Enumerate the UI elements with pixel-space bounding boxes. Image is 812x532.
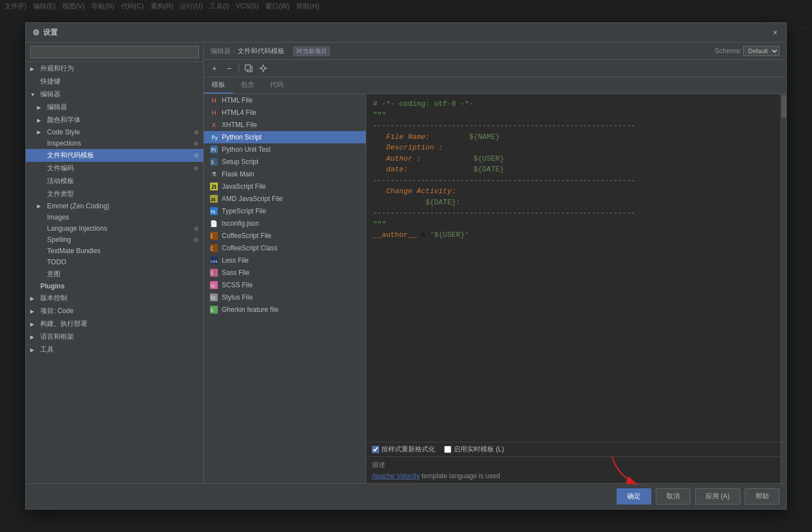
sidebar-item-emmet[interactable]: ▶ Emmet (Zen Coding): [26, 200, 203, 212]
svg-text:St: St: [211, 296, 216, 301]
file-item-coffeescript-class[interactable]: C CoffeeScript Class: [204, 242, 366, 254]
tab-includes[interactable]: 包含: [233, 77, 262, 94]
sidebar-item-shortcuts[interactable]: 快捷键: [26, 75, 203, 88]
svg-text:Py: Py: [212, 135, 218, 141]
arrow-icon: ▶: [30, 66, 38, 72]
pytest-icon: Pt: [210, 146, 218, 153]
tab-templates[interactable]: 模板: [204, 77, 233, 94]
file-item-stylus[interactable]: St Stylus File: [204, 291, 366, 304]
sidebar-item-project[interactable]: ▶ 项目: Code: [26, 305, 203, 318]
arrow-icon: ▶: [37, 105, 45, 110]
file-item-amd-js[interactable]: JS AMD JavaScript File: [204, 193, 366, 205]
file-item-xhtml[interactable]: X XHTML File: [204, 119, 366, 131]
sass-file-icon: S: [209, 269, 218, 277]
sidebar-item-code-style[interactable]: ▶ Code Style ⚙: [26, 127, 203, 138]
search-input[interactable]: [30, 46, 199, 58]
right-panel: 编辑器 › 文件和代码模板 对当前项目 Schema: Default +: [204, 43, 786, 483]
sidebar-item-languages[interactable]: ▶ 语言和框架: [26, 330, 203, 343]
realtime-checkbox[interactable]: [444, 446, 451, 453]
sidebar-item-file-encoding[interactable]: 文件编码 ⚙: [26, 162, 203, 175]
ok-button[interactable]: 确定: [617, 488, 651, 505]
file-item-setup-script[interactable]: S Setup Script: [204, 156, 366, 168]
code-editor[interactable]: # -*- coding: utf-8 -*- """ ------------…: [366, 94, 781, 442]
sidebar-item-file-templates[interactable]: 文件和代码模板 ⚙: [26, 149, 203, 162]
xhtml-file-icon: X: [209, 121, 218, 129]
apache-velocity-link[interactable]: Apache Velocity: [372, 472, 419, 480]
settings-template-button[interactable]: [257, 62, 269, 74]
file-item-name: TypeScript File: [222, 207, 266, 215]
sidebar-item-plugins[interactable]: Plugins: [26, 281, 203, 292]
sidebar-item-textmate[interactable]: TextMate Bundles: [26, 245, 203, 256]
tab-code[interactable]: 代码: [262, 77, 291, 94]
sidebar-item-editor[interactable]: ▶ 编辑器: [26, 101, 203, 114]
settings-dialog: ⚙ 设置 × ▶ 外观和行为: [25, 22, 787, 510]
reformat-checkbox-label[interactable]: 按样式重新格式化: [372, 445, 435, 454]
sidebar-item-appearance[interactable]: ▶ 外观和行为: [26, 62, 203, 75]
right-scrollbar[interactable]: [781, 94, 786, 483]
file-item-name: Gherkin feature file: [222, 306, 278, 314]
copy-template-button[interactable]: [242, 62, 255, 74]
sidebar-item-colors-fonts[interactable]: ▶ 颜色和字体: [26, 114, 203, 127]
file-item-name: Stylus File: [222, 293, 253, 301]
svg-text:Pt: Pt: [211, 148, 217, 153]
code-bottom: 按样式重新格式化 启用实时模板 (L): [366, 442, 781, 456]
remove-template-button[interactable]: −: [223, 62, 235, 74]
python-file-icon: Py: [209, 133, 218, 141]
sidebar-item-images[interactable]: Images: [26, 212, 203, 223]
file-item-coffeescript[interactable]: C CoffeeScript File: [204, 230, 366, 242]
apply-button[interactable]: 应用 (A): [695, 488, 740, 505]
file-item-python-unit-test[interactable]: Pt Python Unit Test: [204, 143, 366, 156]
arrow-icon: ▶: [30, 334, 38, 340]
project-badge: 对当前项目: [293, 46, 330, 56]
close-button[interactable]: ×: [771, 28, 780, 37]
file-item-name: Sass File: [222, 269, 249, 277]
file-item-tsconfig[interactable]: 📄 tsconfig.json: [204, 217, 366, 230]
dialog-title: ⚙ 设置: [32, 27, 58, 38]
sidebar-item-build[interactable]: ▶ 构建、执行部署: [26, 318, 203, 330]
svg-text:JS: JS: [211, 198, 215, 202]
file-item-less[interactable]: Less Less File: [204, 254, 366, 267]
add-template-button[interactable]: +: [208, 62, 221, 74]
sidebar-item-label: 编辑器: [40, 90, 60, 99]
code-line-8: ----------------------------------------…: [373, 175, 774, 186]
file-item-gherkin[interactable]: G Gherkin feature file: [204, 304, 366, 316]
file-item-python-script[interactable]: Py Python Script: [204, 131, 366, 143]
file-item-name: CoffeeScript File: [222, 232, 271, 240]
sidebar-item-label: Emmet (Zen Coding): [47, 202, 109, 210]
cancel-button[interactable]: 取消: [656, 488, 690, 505]
help-button[interactable]: 帮助: [745, 488, 780, 505]
file-item-ts[interactable]: TS TypeScript File: [204, 205, 366, 217]
sidebar-item-live-templates[interactable]: 活动模板: [26, 175, 203, 188]
code-line-11: ----------------------------------------…: [373, 208, 774, 219]
realtime-checkbox-label[interactable]: 启用实时模板 (L): [444, 445, 504, 454]
sidebar-item-vcs[interactable]: ▶ 版本控制: [26, 292, 203, 305]
sidebar-item-todo[interactable]: TODO: [26, 256, 203, 268]
file-item-js[interactable]: JS JavaScript File: [204, 180, 366, 193]
description-text: template language is used: [419, 472, 500, 480]
sidebar-item-label: Inspections: [47, 139, 81, 147]
sidebar-item-file-types[interactable]: 文件类型: [26, 188, 203, 200]
sidebar-item-tools[interactable]: ▶ 工具: [26, 343, 203, 356]
schema-select[interactable]: Default: [743, 46, 780, 56]
file-item-flask-main[interactable]: ⚗ Flask Main: [204, 168, 366, 180]
sidebar-item-label: 外观和行为: [40, 64, 74, 73]
svg-text:C: C: [211, 234, 213, 239]
tsconfig-file-icon: 📄: [209, 220, 218, 227]
sidebar-item-inspections[interactable]: Inspections ⚙: [26, 138, 203, 149]
sidebar-item-spelling[interactable]: Spelling ⚙: [26, 234, 203, 245]
badge-icon: ⚙: [194, 141, 199, 147]
file-item-html[interactable]: H HTML File: [204, 94, 366, 106]
svg-rect-2: [245, 65, 250, 70]
breadcrumb: 编辑器 › 文件和代码模板 对当前项目 Schema: Default: [204, 43, 786, 60]
reformat-checkbox[interactable]: [372, 446, 379, 453]
sidebar-item-language-injections[interactable]: Language Injections ⚙: [26, 223, 203, 234]
wrench-icon: [259, 64, 268, 73]
dialog-body: ▶ 外观和行为 快捷键 ▼ 编辑器 ▶ 编: [26, 43, 786, 483]
file-item-sass[interactable]: S Sass File: [204, 267, 366, 279]
file-item-name: JavaScript File: [222, 183, 266, 190]
sidebar-item-editor-root[interactable]: ▼ 编辑器: [26, 88, 203, 101]
sidebar-item-intentions[interactable]: 意图: [26, 268, 203, 281]
file-item-scss[interactable]: SC SCSS File: [204, 279, 366, 291]
file-item-html4[interactable]: H HTML4 File: [204, 106, 366, 119]
stylus-file-icon: St: [209, 293, 218, 301]
